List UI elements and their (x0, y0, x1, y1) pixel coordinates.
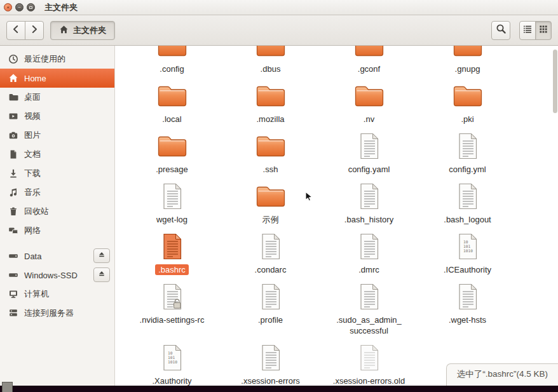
file-name-label: .nvidia-settings-rc (140, 314, 205, 325)
eject-button[interactable] (93, 267, 110, 282)
file-item[interactable]: .local (123, 78, 221, 125)
file-item[interactable]: .bash_history (320, 179, 418, 225)
sidebar-item-pictures[interactable]: 图片 (0, 126, 114, 145)
sidebar-item-home[interactable]: Home (0, 69, 114, 88)
file-item[interactable]: .gconf (320, 46, 418, 74)
file-item[interactable]: wget-log (123, 179, 221, 225)
file-name-label: .dmrc (358, 264, 379, 275)
path-button-home[interactable]: 主文件夹 (50, 21, 115, 40)
folder-icon (157, 128, 187, 164)
svg-text:101: 101 (463, 244, 470, 248)
folder-icon (255, 179, 286, 214)
folder-icon (453, 46, 483, 64)
sidebar-item-label: 最近使用的 (24, 53, 65, 65)
scrollbar-thumb[interactable] (553, 50, 557, 113)
file-item[interactable]: .nvidia-settings-rc (123, 279, 221, 336)
text-file-icon (358, 279, 381, 314)
file-name-label: .config (160, 64, 184, 74)
file-item[interactable]: .bashrc (123, 229, 221, 275)
sidebar-item-data[interactable]: Data (0, 247, 114, 266)
sidebar-item-label: Windows-SSD (24, 271, 78, 280)
file-item[interactable]: config.yml (418, 128, 517, 175)
sidebar-item-label: Data (24, 252, 41, 261)
eject-icon (98, 270, 105, 280)
file-grid-row: .bashrc .condarc .dmrc 101011010 .ICEaut… (123, 229, 558, 279)
nav-button-group (6, 21, 44, 40)
close-button[interactable]: × (4, 3, 12, 11)
eject-icon (98, 251, 105, 260)
svg-text:10: 10 (168, 351, 173, 355)
file-item[interactable]: .ssh (221, 128, 320, 175)
file-item[interactable]: .bash_logout (418, 179, 517, 225)
file-item[interactable]: .presage (123, 128, 221, 175)
file-item[interactable]: .mozilla (221, 78, 320, 125)
sidebar-item-desktop[interactable]: 桌面 (0, 88, 114, 107)
text-file-icon (358, 229, 381, 264)
file-view: .config .dbus .gconf .gnupg .local .mozi… (115, 46, 558, 386)
file-item[interactable]: 101011010 .Xauthority (123, 340, 221, 386)
toolbar: 主文件夹 (0, 15, 558, 46)
file-item[interactable]: .sudo_as_admin_ successful (320, 279, 418, 336)
file-item[interactable]: .profile (221, 279, 320, 336)
search-button[interactable] (491, 21, 510, 40)
sidebar-item-documents[interactable]: 文档 (0, 145, 114, 164)
sidebar-item-computer[interactable]: 计算机 (0, 285, 114, 304)
file-item[interactable]: .dbus (221, 46, 320, 74)
list-view-button[interactable] (519, 21, 536, 40)
eject-button[interactable] (93, 248, 110, 263)
file-name-label: .sudo_as_admin_ successful (336, 314, 402, 336)
file-item[interactable]: .condarc (221, 229, 320, 275)
file-item[interactable]: 101011010 .ICEauthority (418, 229, 517, 275)
sidebar-item-server[interactable]: 连接到服务器 (0, 304, 114, 323)
text-file-icon (358, 179, 381, 214)
sidebar-item-downloads[interactable]: 下载 (0, 164, 114, 183)
back-button[interactable] (6, 21, 25, 40)
file-item[interactable]: .wget-hsts (418, 279, 517, 336)
file-name-label: .profile (258, 314, 283, 325)
file-item[interactable]: .pki (418, 78, 517, 125)
svg-text:1010: 1010 (168, 360, 177, 364)
grid-view-button[interactable] (535, 21, 552, 40)
text-file-icon (259, 279, 282, 314)
vertical-scrollbar[interactable] (552, 47, 557, 384)
folder-icon (354, 78, 384, 114)
file-name-label: 示例 (262, 214, 279, 225)
file-grid-row: .presage .ssh config.yaml config.yml (123, 128, 558, 179)
file-item[interactable]: .gnupg (418, 46, 517, 74)
sidebar-item-label: 网络 (24, 225, 41, 236)
sidebar-item-windows-ssd[interactable]: Windows-SSD (0, 266, 114, 285)
drive-icon (8, 270, 24, 280)
text-file-icon (456, 179, 479, 214)
file-grid-row: .config .dbus .gconf .gnupg (123, 46, 558, 78)
text-file-icon (358, 128, 381, 164)
file-name-label: .bash_history (344, 214, 393, 225)
path-button-label: 主文件夹 (73, 25, 106, 36)
window-title: 主文件夹 (44, 2, 78, 13)
folder-icon (354, 46, 384, 64)
sidebar-item-music[interactable]: 音乐 (0, 183, 114, 202)
file-name-label: .gconf (358, 64, 380, 74)
sidebar-item-recent[interactable]: 最近使用的 (0, 50, 114, 69)
folder-icon (255, 128, 286, 164)
file-item[interactable]: .dmrc (320, 229, 418, 275)
sidebar-item-videos[interactable]: 视频 (0, 107, 114, 126)
file-item[interactable]: config.yaml (320, 128, 418, 175)
file-name-label: .ssh (263, 164, 278, 175)
grid-view-icon (538, 24, 548, 37)
sidebar-item-trash[interactable]: 回收站 (0, 202, 114, 221)
minimize-button[interactable]: − (15, 3, 24, 11)
file-item[interactable]: .xsession-errors.old (320, 340, 418, 386)
file-item[interactable]: .xsession-errors (221, 340, 320, 386)
file-grid: .config .dbus .gconf .gnupg .local .mozi… (115, 46, 558, 386)
document-icon (8, 149, 24, 159)
file-grid-row: .local .mozilla .nv .pki (123, 78, 558, 128)
file-item[interactable]: .nv (320, 78, 418, 125)
file-item[interactable]: 示例 (221, 179, 320, 225)
forward-button[interactable] (25, 21, 44, 40)
text-file-icon (358, 340, 381, 375)
sidebar-item-network[interactable]: 网络 (0, 221, 114, 240)
sidebar-item-label: 连接到服务器 (24, 308, 74, 319)
maximize-button[interactable] (27, 3, 35, 11)
video-icon (8, 111, 24, 121)
file-item[interactable]: .config (123, 46, 221, 74)
